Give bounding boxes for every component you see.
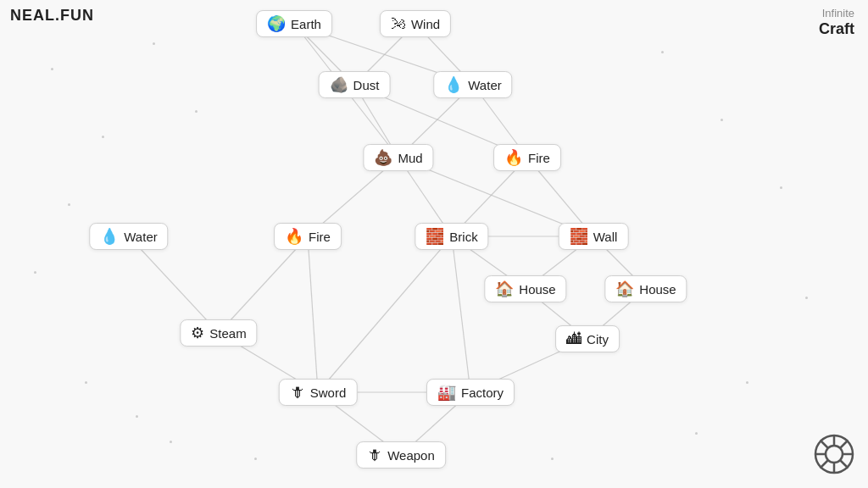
svg-line-39 [821, 461, 828, 469]
bottom-right-icon [814, 434, 854, 474]
node-label-weapon: Weapon [387, 448, 435, 463]
node-fire_mid[interactable]: 🔥Fire [274, 223, 342, 250]
node-emoji-house_left: 🏠 [495, 281, 514, 297]
node-emoji-water_left: 💧 [100, 229, 119, 244]
node-emoji-factory: 🏭 [437, 385, 456, 400]
node-emoji-mud: 💩 [374, 150, 392, 165]
node-label-sword: Sword [310, 385, 347, 400]
node-factory[interactable]: 🏭Factory [426, 379, 515, 406]
node-water_top[interactable]: 💧Water [433, 71, 512, 98]
node-label-steam: Steam [209, 326, 246, 341]
node-label-wall: Wall [593, 230, 618, 244]
node-label-house_left: House [519, 282, 555, 297]
node-label-brick: Brick [449, 230, 477, 244]
node-emoji-wall: 🧱 [570, 229, 588, 244]
svg-line-29 [452, 236, 470, 392]
node-label-earth: Earth [291, 17, 321, 31]
node-brick[interactable]: 🧱Brick [415, 223, 488, 250]
svg-line-17 [308, 236, 318, 392]
logo-left: NEAL.FUN [10, 7, 94, 25]
node-emoji-fire_top: 🔥 [504, 150, 523, 165]
node-house_left[interactable]: 🏠House [484, 275, 566, 302]
node-emoji-fire_mid: 🔥 [285, 229, 303, 244]
node-house_right[interactable]: 🏠House [604, 275, 687, 302]
svg-line-16 [219, 236, 308, 333]
node-mud[interactable]: 💩Mud [363, 144, 433, 171]
node-label-house_right: House [639, 282, 676, 297]
node-fire_top[interactable]: 🔥Fire [493, 144, 561, 171]
node-city[interactable]: 🏙City [555, 325, 620, 352]
node-steam[interactable]: ⚙Steam [180, 319, 257, 347]
node-emoji-water_top: 💧 [444, 77, 463, 92]
node-label-fire_top: Fire [528, 151, 550, 165]
node-label-fire_mid: Fire [309, 230, 331, 244]
node-emoji-brick: 🧱 [426, 229, 444, 244]
node-emoji-house_right: 🏠 [615, 281, 634, 297]
node-label-city: City [587, 332, 609, 347]
node-label-factory: Factory [461, 385, 504, 400]
node-emoji-earth: 🌍 [267, 16, 286, 31]
node-label-dust: Dust [353, 78, 380, 92]
node-dust[interactable]: 🪨Dust [319, 71, 391, 98]
node-earth[interactable]: 🌍Earth [256, 10, 332, 37]
svg-line-15 [129, 236, 219, 333]
logo-right: Infinite Craft [819, 7, 854, 38]
node-water_left[interactable]: 💧Water [89, 223, 168, 250]
svg-line-37 [841, 461, 849, 469]
node-emoji-steam: ⚙ [191, 325, 204, 341]
svg-line-36 [821, 441, 828, 448]
node-emoji-wind: 🌬 [391, 16, 406, 31]
node-label-water_top: Water [468, 78, 501, 92]
node-emoji-weapon: 🗡 [367, 447, 382, 463]
node-sword[interactable]: 🗡Sword [279, 379, 358, 406]
node-label-water_left: Water [124, 230, 157, 244]
node-emoji-sword: 🗡 [290, 385, 305, 400]
svg-point-31 [826, 446, 843, 463]
node-wall[interactable]: 🧱Wall [559, 223, 629, 250]
node-label-wind: Wind [411, 17, 440, 31]
node-label-mud: Mud [398, 151, 422, 165]
node-weapon[interactable]: 🗡Weapon [356, 441, 446, 469]
svg-line-38 [841, 441, 849, 448]
svg-line-18 [318, 236, 452, 392]
node-wind[interactable]: 🌬Wind [380, 10, 451, 37]
node-emoji-city: 🏙 [566, 331, 581, 347]
node-emoji-dust: 🪨 [330, 77, 348, 92]
